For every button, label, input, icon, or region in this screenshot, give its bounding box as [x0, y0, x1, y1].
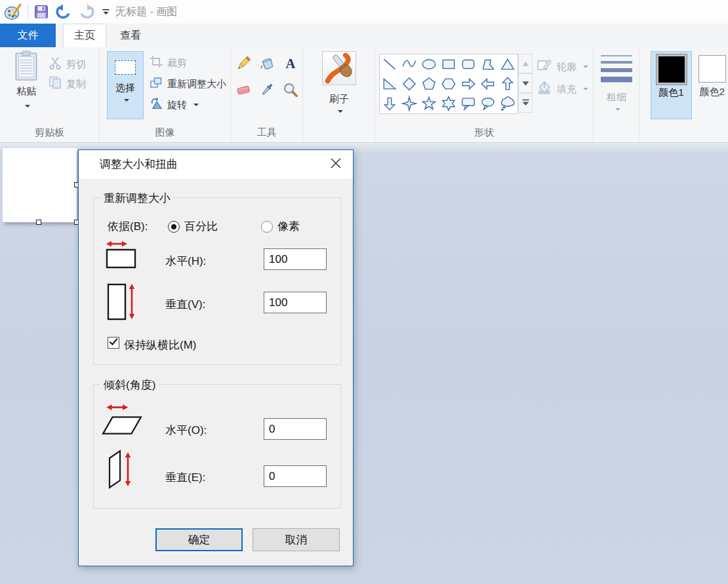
- resize-horizontal-label: 水平(H):: [165, 254, 206, 269]
- shape-arrow-left[interactable]: [478, 74, 498, 94]
- by-label: 依据(B):: [108, 219, 148, 234]
- group-shapes: 轮廓 填充 形状: [375, 47, 594, 142]
- ribbon-tab-row: 文件 主页 查看: [0, 24, 728, 47]
- paint-logo-icon[interactable]: [4, 3, 22, 21]
- shape-arrow-right[interactable]: [458, 74, 478, 94]
- shapes-more-button[interactable]: [518, 93, 533, 113]
- radio-pixels-icon: [261, 221, 273, 233]
- select-rectangle-icon: [115, 60, 136, 75]
- color2-label: 颜色2: [699, 85, 725, 98]
- shape-pentagon[interactable]: [419, 74, 439, 94]
- shape-callout-rectangle[interactable]: [458, 94, 478, 113]
- close-icon: [330, 157, 342, 172]
- qat-menu-icon[interactable]: [102, 8, 110, 16]
- color1-button[interactable]: 颜色1: [651, 51, 692, 119]
- group-image: 选择 裁剪 重新调整大小 旋转 图像: [100, 47, 231, 142]
- size-bars-icon: [599, 75, 634, 86]
- shapes-scroll-up-button[interactable]: [518, 54, 533, 73]
- copy-icon: [49, 76, 62, 92]
- tool-eraser[interactable]: [235, 81, 252, 98]
- shapes-scroll-down-button[interactable]: [518, 73, 533, 93]
- tool-pencil[interactable]: [235, 55, 252, 72]
- brushes-button[interactable]: 刷子: [321, 51, 357, 136]
- scroll-up-icon: [522, 58, 529, 69]
- dialog-title: 调整大小和扭曲: [100, 150, 178, 179]
- brush-icon: [322, 51, 356, 85]
- shape-star-4[interactable]: [399, 94, 419, 113]
- maintain-aspect-checkbox[interactable]: [108, 337, 119, 349]
- tab-view[interactable]: 查看: [110, 24, 151, 47]
- skew-horizontal-input[interactable]: [264, 418, 327, 440]
- rotate-button[interactable]: 旋转: [150, 97, 199, 113]
- shape-callout-cloud[interactable]: [498, 94, 517, 113]
- quick-access-toolbar: [4, 0, 117, 24]
- shape-line[interactable]: [380, 54, 399, 74]
- shape-fill-icon: [536, 80, 552, 98]
- select-label: 选择: [113, 81, 137, 94]
- radio-percent-icon: [168, 221, 180, 233]
- copy-label: 复制: [66, 78, 86, 90]
- canvas[interactable]: [3, 148, 77, 222]
- group-label-tools: 工具: [231, 127, 302, 139]
- maintain-aspect-label: 保持纵横比(M): [124, 338, 196, 353]
- outline-button[interactable]: 轮廓: [536, 58, 588, 76]
- resize-button[interactable]: 重新调整大小: [150, 76, 226, 92]
- copy-button[interactable]: 复制: [49, 76, 86, 92]
- shape-triangle[interactable]: [498, 54, 517, 74]
- shape-rectangle[interactable]: [439, 54, 458, 74]
- size-button[interactable]: 粗细: [596, 52, 637, 136]
- tool-fill[interactable]: [258, 55, 275, 72]
- select-button[interactable]: 选择: [107, 51, 144, 119]
- cut-button[interactable]: 剪切: [49, 56, 86, 72]
- tool-magnifier[interactable]: [282, 81, 299, 98]
- radio-percent[interactable]: 百分比: [168, 219, 218, 234]
- shape-arrow-up[interactable]: [498, 74, 517, 94]
- save-icon[interactable]: [34, 5, 49, 19]
- canvas-resize-handle-bottom[interactable]: [36, 220, 41, 225]
- tab-home[interactable]: 主页: [63, 24, 106, 47]
- brushes-dropdown-icon: [338, 110, 343, 113]
- paste-dropdown-icon: [25, 105, 30, 107]
- svg-text:A: A: [286, 56, 296, 71]
- paste-button[interactable]: 粘贴: [9, 50, 43, 126]
- shape-arrow-down[interactable]: [380, 94, 399, 113]
- radio-pixels[interactable]: 像素: [261, 219, 300, 234]
- undo-icon[interactable]: [54, 4, 72, 20]
- crop-label: 裁剪: [167, 57, 187, 69]
- shape-polygon[interactable]: [478, 54, 498, 74]
- shape-callout-oval[interactable]: [478, 94, 498, 113]
- group-label-image: 图像: [100, 127, 230, 139]
- shape-diamond[interactable]: [399, 74, 419, 94]
- shape-star-5[interactable]: [419, 94, 439, 113]
- cut-label: 剪切: [66, 58, 86, 71]
- tab-file[interactable]: 文件: [0, 24, 56, 47]
- shape-star-6[interactable]: [439, 94, 458, 113]
- shape-hexagon[interactable]: [439, 74, 458, 94]
- brushes-label: 刷子: [327, 92, 351, 105]
- ok-button[interactable]: 确定: [155, 528, 243, 551]
- color2-button[interactable]: 颜色2: [696, 51, 728, 119]
- shape-fill-dropdown-icon: [583, 88, 588, 90]
- skew-vertical-input[interactable]: [264, 465, 327, 487]
- redo-icon[interactable]: [78, 4, 96, 20]
- resize-horizontal-input[interactable]: [264, 248, 327, 270]
- horizontal-resize-icon: [105, 239, 140, 274]
- tool-text[interactable]: A: [282, 55, 299, 72]
- cancel-button[interactable]: 取消: [253, 528, 340, 551]
- color1-label: 颜色1: [658, 86, 685, 98]
- paste-icon: [14, 72, 39, 83]
- shape-ellipse[interactable]: [419, 54, 439, 74]
- shape-rounded-rectangle[interactable]: [458, 54, 478, 74]
- group-size: 粗细: [594, 47, 639, 142]
- dialog-close-button[interactable]: [325, 155, 346, 174]
- outline-icon: [536, 58, 552, 76]
- shape-fill-button[interactable]: 填充: [536, 80, 588, 98]
- crop-button[interactable]: 裁剪: [150, 55, 187, 71]
- crop-icon: [150, 55, 163, 71]
- shape-right-triangle[interactable]: [380, 74, 399, 94]
- shapes-scrollbar: [518, 54, 533, 113]
- shape-curve[interactable]: [399, 54, 419, 74]
- tool-eyedropper[interactable]: [258, 81, 275, 98]
- dialog-title-bar[interactable]: 调整大小和扭曲: [79, 150, 353, 179]
- resize-vertical-input[interactable]: [264, 292, 327, 313]
